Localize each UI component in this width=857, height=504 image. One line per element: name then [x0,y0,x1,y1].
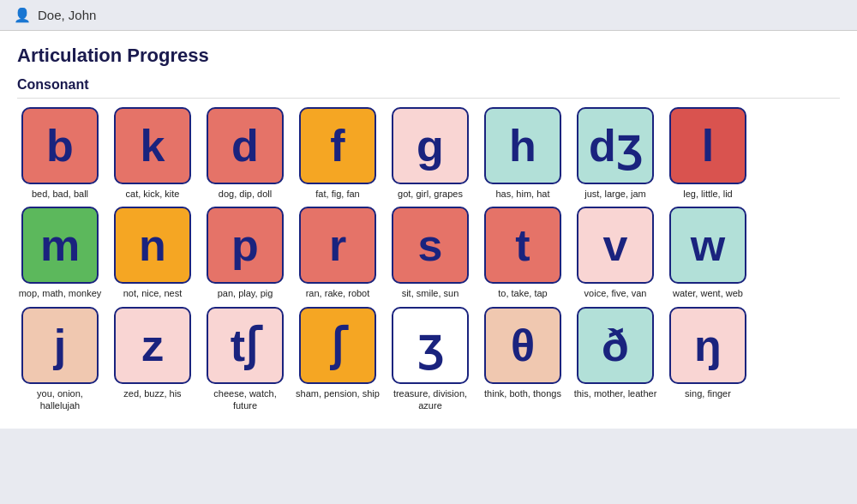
sound-item-dʒ: dʒjust, large, jam [572,107,658,200]
sound-label-l: leg, little, lid [683,188,732,200]
sound-item-v: vvoice, five, van [572,207,658,299]
consonant-grid: bbed, bad, ballkcat, kick, kiteddog, dip… [17,107,840,411]
sound-label-dʒ: just, large, jam [584,188,646,200]
sound-card-j[interactable]: j [21,307,99,384]
sound-label-tʃ: cheese, watch, future [202,387,288,412]
sound-item-θ: θthink, both, thongs [480,307,566,412]
sound-card-k[interactable]: k [114,107,191,184]
sound-item-h: hhas, him, hat [480,107,566,200]
page-title: Articulation Progress [17,45,840,67]
sound-card-ŋ[interactable]: ŋ [669,307,746,384]
sound-item-ŋ: ŋsing, finger [665,307,751,412]
sound-card-θ[interactable]: θ [484,307,561,384]
sound-label-g: got, girl, grapes [398,188,463,200]
sound-item-p: ppan, play, pig [202,207,288,299]
sound-label-ŋ: sing, finger [685,387,731,399]
sound-card-v[interactable]: v [577,207,654,284]
sound-item-f: ffat, fig, fan [295,107,381,200]
sound-label-b: bed, bad, ball [32,188,88,200]
sound-label-θ: think, both, thongs [484,387,561,399]
sound-card-tʃ[interactable]: tʃ [207,307,284,384]
sound-label-z: zed, buzz, his [123,387,181,399]
sound-card-b[interactable]: b [21,107,99,184]
sound-label-t: to, take, tap [498,287,547,299]
sound-card-h[interactable]: h [484,107,561,184]
sound-item-ʃ: ʃsham, pension, ship [295,307,381,412]
sound-item-k: kcat, kick, kite [110,107,195,200]
sound-card-z[interactable]: z [114,307,191,384]
sound-item-d: ddog, dip, doll [202,107,288,200]
sound-label-h: has, him, hat [496,188,550,200]
sound-card-w[interactable]: w [669,207,746,284]
sound-item-z: zzed, buzz, his [110,307,195,412]
sound-card-s[interactable]: s [392,207,469,284]
sound-card-dʒ[interactable]: dʒ [577,107,654,184]
sound-item-j: jyou, onion, hallelujah [17,307,103,412]
sound-card-r[interactable]: r [299,207,376,284]
sound-label-m: mop, math, monkey [19,287,102,299]
sound-card-m[interactable]: m [21,207,99,284]
sound-label-ʃ: sham, pension, ship [296,387,380,399]
sound-card-ʒ[interactable]: ʒ [392,307,469,384]
sound-item-n: nnot, nice, nest [110,207,195,299]
sound-label-n: not, nice, nest [123,287,183,299]
sound-card-ð[interactable]: ð [577,307,654,384]
sound-label-r: ran, rake, robot [306,287,370,299]
sound-label-w: water, went, web [673,287,743,299]
sound-card-t[interactable]: t [484,207,561,284]
sound-card-f[interactable]: f [299,107,376,184]
sound-item-b: bbed, bad, ball [17,107,103,200]
sound-label-k: cat, kick, kite [126,188,180,200]
sound-label-ʒ: treasure, division, azure [387,387,473,412]
sound-item-t: tto, take, tap [480,207,566,299]
sound-item-g: ggot, girl, grapes [387,107,473,200]
sound-label-j: you, onion, hallelujah [17,387,103,412]
sound-item-tʃ: tʃcheese, watch, future [202,307,288,412]
sound-card-n[interactable]: n [114,207,191,284]
sound-card-d[interactable]: d [207,107,284,184]
sound-card-p[interactable]: p [207,207,284,284]
sound-label-ð: this, mother, leather [574,387,657,399]
sound-item-ð: ðthis, mother, leather [572,307,658,412]
sound-card-g[interactable]: g [392,107,469,184]
sound-card-l[interactable]: l [669,107,746,184]
sound-label-d: dog, dip, doll [219,188,272,200]
sound-item-l: lleg, little, lid [665,107,751,200]
sound-item-ʒ: ʒtreasure, division, azure [387,307,473,412]
sound-label-s: sit, smile, sun [402,287,459,299]
sound-item-s: ssit, smile, sun [387,207,473,299]
sound-item-m: mmop, math, monkey [17,207,103,299]
sound-label-f: fat, fig, fan [315,188,359,200]
section-title: Consonant [17,77,840,99]
header: 👤 Doe, John [0,0,857,31]
sound-label-v: voice, five, van [584,287,647,299]
user-icon: 👤 [14,7,31,23]
user-name: Doe, John [38,8,96,22]
sound-label-p: pan, play, pig [218,287,273,299]
sound-card-ʃ[interactable]: ʃ [299,307,376,384]
sound-item-w: wwater, went, web [665,207,751,299]
sound-item-r: rran, rake, robot [295,207,381,299]
